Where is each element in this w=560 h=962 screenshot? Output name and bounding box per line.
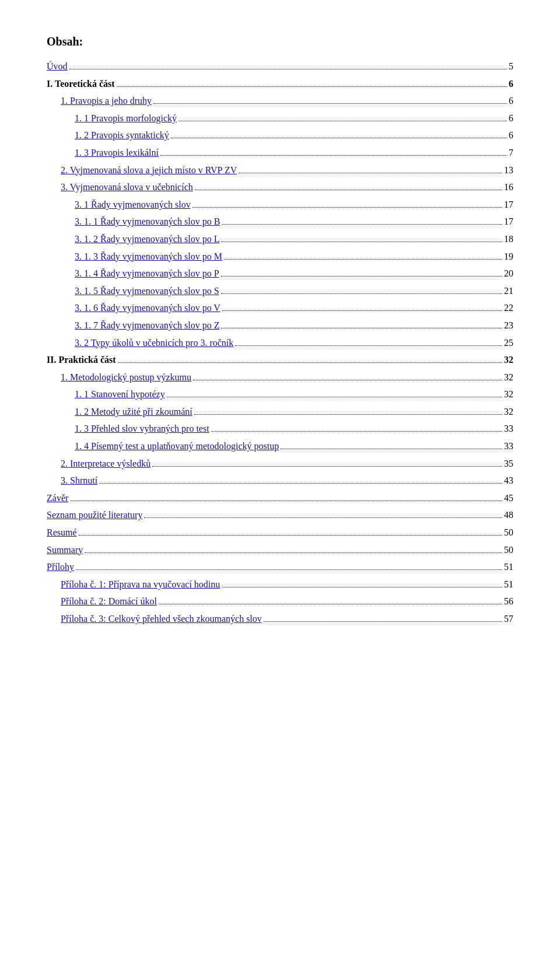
toc-entry[interactable]: Závěr45 [47,491,513,506]
toc-page-number: 22 [504,300,513,316]
toc-entry[interactable]: 3. 1. 6 Řady vyjmenovaných slov po V22 [47,300,513,316]
toc-entry-label[interactable]: 1. 1 Stanovení hypotézy [75,387,165,402]
toc-entry-label[interactable]: 1. Pravopis a jeho druhy [61,93,152,109]
toc-entry[interactable]: 3. Vyjmenovaná slova v učebnicích16 [47,180,513,195]
toc-page-number: 20 [504,266,513,281]
toc-entry-label[interactable]: 3. 1. 4 Řady vyjmenovaných slov po P [75,266,219,281]
toc-dots [193,380,502,380]
toc-entry[interactable]: 2. Interpretace výsledků35 [47,456,513,471]
toc-entry-label[interactable]: Příloha č. 3: Celkový přehled všech zkou… [61,611,262,627]
toc-dots [70,501,502,501]
toc-entry-label[interactable]: Příloha č. 1: Příprava na vyučovací hodi… [61,577,220,592]
toc-entry-label[interactable]: Summary [47,543,83,558]
toc-entry[interactable]: 3. 1. 7 Řady vyjmenovaných slov po Z23 [47,318,513,333]
toc-entry[interactable]: 2. Vyjmenovaná slova a jejich místo v RV… [47,163,513,178]
toc-dots [144,517,502,518]
toc-dots [211,431,502,432]
toc-page-number: 6 [509,111,513,126]
toc-entry-label[interactable]: Přílohy [47,559,74,575]
toc-entry[interactable]: Resumé50 [47,525,513,540]
toc-page-number: 32 [504,370,513,385]
toc-dots [221,242,502,242]
toc-dots [99,483,502,484]
toc-entry-label[interactable]: 1. 1 Pravopis morfologický [75,111,177,126]
toc-entry[interactable]: 3. 1. 5 Řady vyjmenovaných slov po S21 [47,284,513,299]
toc-page-number: 17 [504,197,513,212]
toc-entry-label[interactable]: 3. 1. 7 Řady vyjmenovaných slov po Z [75,318,219,333]
toc-entry[interactable]: 1. 2 Metody užité při zkoumání32 [47,404,513,419]
toc-entry[interactable]: 3. 1. 1 Řady vyjmenovaných slov po B17 [47,214,513,229]
toc-entry-label: II. Praktická část [47,352,116,368]
toc-entry-label[interactable]: 3. Shrnutí [61,473,97,488]
toc-entry[interactable]: 1. Pravopis a jeho druhy6 [47,93,513,109]
table-of-contents: Úvod5I. Teoretická část61. Pravopis a je… [47,59,513,627]
toc-entry[interactable]: 1. 3 Pravopis lexikální7 [47,145,513,160]
toc-entry[interactable]: 3. 1. 4 Řady vyjmenovaných slov po P20 [47,266,513,281]
toc-dots [152,466,502,467]
toc-entry[interactable]: 1. 3 Přehled slov vybraných pro test33 [47,421,513,436]
toc-dots [264,621,502,622]
toc-entry[interactable]: Příloha č. 3: Celkový přehled všech zkou… [47,611,513,627]
toc-dots [178,121,507,121]
toc-entry[interactable]: 1. 1 Pravopis morfologický6 [47,111,513,126]
toc-entry: I. Teoretická část6 [47,76,513,92]
toc-page-number: 43 [504,473,513,488]
toc-entry[interactable]: Přílohy51 [47,559,513,575]
toc-entry-label[interactable]: 1. 4 Písemný test a uplatňovaný metodolo… [75,439,279,454]
toc-entry[interactable]: 3. 2 Typy úkolů v učebnicích pro 3. ročn… [47,335,513,351]
toc-entry[interactable]: 3. 1 Řady vyjmenovaných slov17 [47,197,513,212]
toc-entry[interactable]: Příloha č. 2: Domácí úkol56 [47,594,513,609]
toc-page-number: 5 [509,59,513,74]
toc-entry-label[interactable]: 1. Metodologický postup výzkumu [61,370,191,385]
toc-dots [221,293,502,294]
toc-entry-label[interactable]: 2. Vyjmenovaná slova a jejich místo v RV… [61,163,237,178]
toc-entry[interactable]: 1. 4 Písemný test a uplatňovaný metodolo… [47,439,513,454]
toc-entry[interactable]: Summary50 [47,543,513,558]
toc-entry-label[interactable]: 3. 1. 5 Řady vyjmenovaných slov po S [75,284,219,299]
toc-entry-label[interactable]: 1. 2 Metody užité při zkoumání [75,404,192,419]
toc-entry[interactable]: 3. Shrnutí43 [47,473,513,488]
toc-entry-label[interactable]: 3. 1. 6 Řady vyjmenovaných slov po V [75,300,220,316]
toc-entry-label[interactable]: 3. 1. 3 Řady vyjmenovaných slov po M [75,249,222,264]
toc-entry-label[interactable]: 3. Vyjmenovaná slova v učebnicích [61,180,193,195]
toc-page-number: 21 [504,284,513,299]
toc-dots [239,173,502,173]
toc-dots [195,190,502,190]
toc-entry-label[interactable]: 2. Interpretace výsledků [61,456,150,471]
toc-entry[interactable]: Seznam použité literatury48 [47,508,513,523]
toc-page-number: 32 [504,404,513,419]
toc-entry-label[interactable]: 3. 1. 1 Řady vyjmenovaných slov po B [75,214,220,229]
page-content: Obsah: Úvod5I. Teoretická část61. Pravop… [47,35,513,627]
toc-page-number: 23 [504,318,513,333]
toc-entry[interactable]: Úvod5 [47,59,513,74]
toc-dots [79,535,502,536]
toc-entry[interactable]: 3. 1. 3 Řady vyjmenovaných slov po M19 [47,249,513,264]
toc-entry-label[interactable]: Příloha č. 2: Domácí úkol [61,594,157,609]
toc-entry-label[interactable]: 1. 3 Přehled slov vybraných pro test [75,421,209,436]
toc-entry-label[interactable]: 3. 1 Řady vyjmenovaných slov [75,197,191,212]
toc-entry-label[interactable]: 1. 2 Pravopis syntaktický [75,128,169,143]
toc-page-number: 56 [504,594,513,609]
toc-dots [221,328,502,328]
toc-dots [118,362,502,363]
toc-dots [224,259,502,260]
toc-entry-label[interactable]: Resumé [47,525,77,540]
toc-dots [222,224,502,225]
toc-entry-label[interactable]: Závěr [47,491,68,506]
toc-entry-label[interactable]: Seznam použité literatury [47,508,142,523]
toc-page-number: 6 [509,128,513,143]
toc-page-number: 6 [509,93,513,109]
toc-page-number: 16 [504,180,513,195]
toc-entry-label[interactable]: 1. 3 Pravopis lexikální [75,145,159,160]
toc-entry-label[interactable]: Úvod [47,59,68,74]
toc-entry[interactable]: 1. Metodologický postup výzkumu32 [47,370,513,385]
toc-entry-label[interactable]: 3. 1. 2 Řady vyjmenovaných slov po L [75,232,219,247]
toc-page-number: 6 [509,76,513,92]
toc-dots [159,604,502,604]
toc-entry[interactable]: 1. 1 Stanovení hypotézy32 [47,387,513,402]
toc-entry-label[interactable]: 3. 2 Typy úkolů v učebnicích pro 3. ročn… [75,335,233,351]
toc-entry[interactable]: Příloha č. 1: Příprava na vyučovací hodi… [47,577,513,592]
toc-page-number: 45 [504,491,513,506]
toc-entry[interactable]: 3. 1. 2 Řady vyjmenovaných slov po L18 [47,232,513,247]
toc-entry[interactable]: 1. 2 Pravopis syntaktický6 [47,128,513,143]
